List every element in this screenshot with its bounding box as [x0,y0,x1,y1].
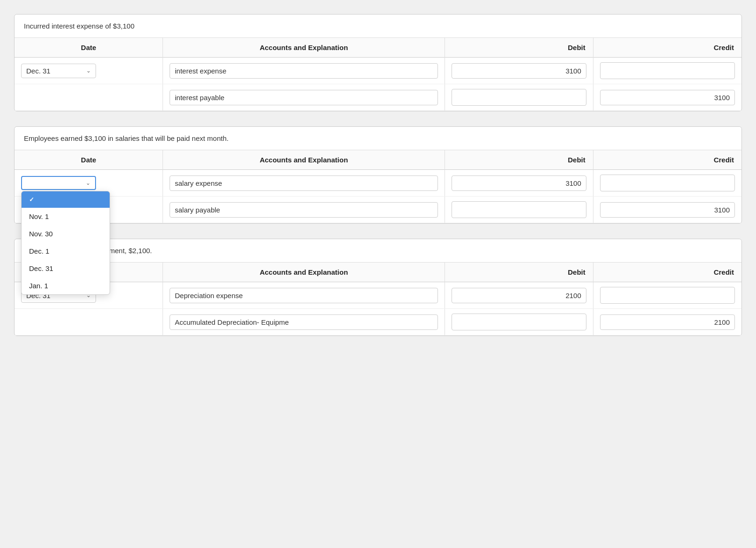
table-row [15,309,741,336]
block3-row1-account-cell [163,282,445,309]
block3-row2-credit-input[interactable] [600,314,735,330]
block2-description: Employees earned $3,100 in salaries that… [15,127,741,150]
dropdown-item-nov1[interactable]: Nov. 1 [22,208,110,225]
block1-row1-debit-input[interactable] [452,63,586,79]
block1-row1-debit-cell [445,58,593,84]
block3-table: Date Accounts and Explanation Debit Cred… [15,263,741,336]
block3-header-credit: Credit [593,263,741,282]
block3-header-debit: Debit [445,263,593,282]
block3-row2-account-input[interactable] [170,314,438,330]
dropdown-item-selected[interactable]: ✓ [22,191,110,208]
block1-row1-credit-empty [600,62,735,79]
chevron-down-icon: ⌄ [86,67,91,74]
block2-row1-date-cell: ⌄ ✓ Nov. 1 Nov. 30 [15,170,163,197]
block3-row1-credit-cell [593,282,741,309]
block2-row1-debit-input[interactable] [452,175,586,191]
table-row [15,84,741,111]
dropdown-item-label-jan1: Jan. 1 [29,282,48,290]
block2-row1-credit-empty [600,175,735,191]
block2-date-dropdown-wrapper: ⌄ ✓ Nov. 1 Nov. 30 [21,176,156,190]
block1-table: Date Accounts and Explanation Debit Cred… [15,38,741,111]
dropdown-item-jan1[interactable]: Jan. 1 [22,277,110,294]
checkmark-icon: ✓ [29,196,34,203]
block1-header-debit: Debit [445,38,593,58]
block3-row2-debit-cell [445,309,593,336]
block2-row2-account-input[interactable] [170,202,438,218]
dropdown-item-dec31[interactable]: Dec. 31 [22,260,110,277]
block3-row2-account-cell [163,309,445,336]
block1-row2-debit-cell [445,84,593,111]
block2-row2-credit-cell [593,197,741,223]
block3-description: current year includes Equipment, $2,100. [15,239,741,263]
block2-date-dropdown-menu: ✓ Nov. 1 Nov. 30 Dec. 1 [21,191,110,295]
block3-row1-debit-input[interactable] [452,288,586,303]
block2-row2-debit-cell [445,197,593,223]
block1-header-account: Accounts and Explanation [163,38,445,58]
block2-row1-account-cell [163,170,445,197]
dropdown-item-label-nov30: Nov. 30 [29,230,53,238]
block1-row2-credit-cell [593,84,741,111]
block1-row1-account-input[interactable] [170,63,438,79]
journal-block-2: Employees earned $3,100 in salaries that… [14,126,742,224]
block1-row2-account-input[interactable] [170,90,438,105]
block2-row2-debit-empty [452,201,586,218]
block2-row1-credit-cell [593,170,741,197]
block1-row1-date-cell: Dec. 31 ⌄ [15,58,163,84]
table-row [15,197,741,223]
block2-row1-debit-cell [445,170,593,197]
block1-row2-date-cell [15,84,163,111]
block2-header-debit: Debit [445,150,593,170]
journal-block-3: current year includes Equipment, $2,100.… [14,239,742,336]
block1-row2-account-cell [163,84,445,111]
block1-description: Incurred interest expense of $3,100 [15,15,741,38]
block3-row1-account-input[interactable] [170,288,438,303]
block1-row1-credit-cell [593,58,741,84]
block3-header-account: Accounts and Explanation [163,263,445,282]
block3-row2-date-cell [15,309,163,336]
dropdown-item-nov30[interactable]: Nov. 30 [22,225,110,242]
dropdown-item-label-dec31: Dec. 31 [29,264,53,272]
dropdown-item-dec1[interactable]: Dec. 1 [22,242,110,260]
dropdown-item-label-dec1: Dec. 1 [29,247,49,255]
block2-header-credit: Credit [593,150,741,170]
block1-date-label: Dec. 31 [26,67,51,75]
block3-row1-debit-cell [445,282,593,309]
block1-row2-credit-input[interactable] [600,90,735,105]
block1-date-selector[interactable]: Dec. 31 ⌄ [21,64,96,78]
block1-row2-debit-empty [452,89,586,106]
table-row: Dec. 31 ⌄ [15,58,741,84]
block1-header-date: Date [15,38,163,58]
block2-table: Date Accounts and Explanation Debit Cred… [15,150,741,223]
chevron-down-icon: ⌄ [86,180,90,186]
table-row: ⌄ ✓ Nov. 1 Nov. 30 [15,170,741,197]
table-row: Dec. 31 ⌄ [15,282,741,309]
block2-header-date: Date [15,150,163,170]
block3-row2-debit-empty [452,314,586,330]
journal-block-1: Incurred interest expense of $3,100 Date… [14,14,742,111]
block2-row1-account-input[interactable] [170,175,438,191]
block2-date-selector[interactable]: ⌄ [21,176,96,190]
block1-row1-account-cell [163,58,445,84]
block3-row1-credit-empty [600,287,735,304]
block3-row2-credit-cell [593,309,741,336]
block2-row2-account-cell [163,197,445,223]
block2-header-account: Accounts and Explanation [163,150,445,170]
dropdown-item-label-nov1: Nov. 1 [29,212,49,220]
block2-row2-credit-input[interactable] [600,202,735,218]
block1-header-credit: Credit [593,38,741,58]
